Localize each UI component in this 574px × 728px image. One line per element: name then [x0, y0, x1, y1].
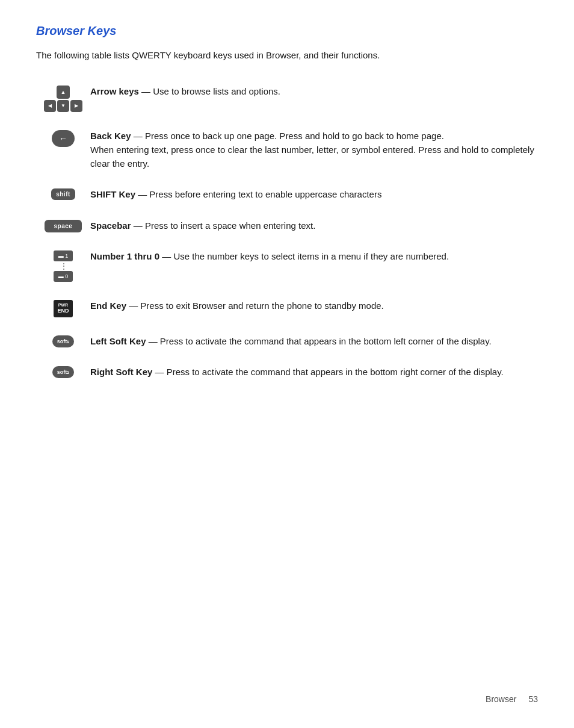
end-key-pwr-text: PWR [57, 302, 69, 308]
shift-key-description: SHIFT Key — Press before entering text t… [90, 187, 538, 201]
list-item: soft₂ Right Soft Key — Press to activate… [36, 365, 538, 379]
spacebar-icon: space [45, 220, 82, 232]
end-key-separator: — [126, 300, 140, 311]
intro-text: The following table lists QWERTY keyboar… [36, 49, 457, 63]
spacebar-icon-area: space [36, 219, 90, 232]
left-soft-key-text: Press to activate the command that appea… [160, 336, 492, 346]
right-soft-key-icon-area: soft₂ [36, 365, 90, 378]
shift-key-label: SHIFT Key [90, 189, 135, 199]
number-keys-icon-area: ▬ 1 ⋮ ▬ 0 [36, 249, 90, 282]
left-soft-key-icon-area: soft₁ [36, 334, 90, 347]
arrow-keys-text: Use to browse lists and options. [153, 86, 280, 96]
end-key-icon-area: PWR END [36, 299, 90, 317]
right-soft-key-separator: — [152, 367, 166, 377]
arrow-keys-description: Arrow keys — Use to browse lists and opt… [90, 84, 538, 98]
left-soft-key-description: Left Soft Key — Press to activate the co… [90, 334, 538, 348]
shift-key-icon-area: shift [36, 187, 90, 200]
left-soft-key-label: Left Soft Key [90, 336, 146, 346]
right-soft-key-description: Right Soft Key — Press to activate the c… [90, 365, 538, 379]
list-item: space Spacebar — Press to insert a space… [36, 219, 538, 232]
list-item: shift SHIFT Key — Press before entering … [36, 187, 538, 201]
arrow-row: ◀ ▼ ▶ [44, 100, 82, 112]
num-dots: ⋮ [60, 263, 67, 270]
arrow-down-icon: ▼ [57, 100, 69, 112]
number-keys-icon: ▬ 1 ⋮ ▬ 0 [54, 250, 73, 282]
spacebar-text: Press to insert a space when entering te… [145, 220, 315, 231]
key-list: ◀ ▼ ▶ Arrow keys — Use to browse lists a… [36, 84, 538, 379]
shift-key-separator: — [135, 189, 149, 199]
list-item: soft₁ Left Soft Key — Press to activate … [36, 334, 538, 348]
end-key-icon: PWR END [54, 300, 72, 317]
back-key-icon: ← [52, 130, 75, 147]
list-item: PWR END End Key — Press to exit Browser … [36, 299, 538, 317]
num-key-bottom: ▬ 0 [54, 271, 73, 282]
right-soft-key-label: Right Soft Key [90, 367, 152, 377]
back-key-separator: — [131, 131, 145, 141]
arrow-keys-icon-area: ◀ ▼ ▶ [36, 84, 90, 112]
end-key-text: Press to exit Browser and return the pho… [140, 300, 383, 311]
back-key-icon-area: ← [36, 129, 90, 147]
page-container: Browser Keys The following table lists Q… [0, 0, 574, 432]
shift-key-text: Press before entering text to enable upp… [149, 189, 381, 199]
number-keys-text: Use the number keys to select items in a… [173, 251, 449, 261]
arrow-left-icon: ◀ [44, 100, 56, 112]
spacebar-description: Spacebar — Press to insert a space when … [90, 219, 538, 232]
footer-section-label: Browser [486, 694, 516, 704]
number-keys-description: Number 1 thru 0 — Use the number keys to… [90, 249, 538, 263]
footer-page-number: 53 [528, 694, 538, 704]
arrow-keys-separator: — [139, 86, 153, 96]
right-soft-key-icon: soft₂ [52, 366, 75, 378]
number-keys-label: Number 1 thru 0 [90, 251, 159, 261]
number-keys-separator: — [159, 251, 173, 261]
shift-key-icon: shift [51, 188, 75, 200]
section-title: Browser Keys [36, 24, 538, 38]
left-soft-key-separator: — [146, 336, 160, 346]
left-soft-key-icon: soft₁ [52, 335, 75, 347]
num-key-top: ▬ 1 [54, 250, 73, 261]
arrow-up-icon [57, 86, 70, 99]
spacebar-label: Spacebar [90, 220, 131, 231]
arrow-keys-icon: ◀ ▼ ▶ [44, 86, 82, 112]
arrow-right-icon: ▶ [70, 100, 82, 112]
list-item: ◀ ▼ ▶ Arrow keys — Use to browse lists a… [36, 84, 538, 112]
list-item: ← Back Key — Press once to back up one p… [36, 129, 538, 171]
footer: Browser 53 [486, 694, 538, 704]
arrow-keys-label: Arrow keys [90, 86, 139, 96]
end-key-description: End Key — Press to exit Browser and retu… [90, 299, 538, 313]
back-key-label: Back Key [90, 131, 131, 141]
spacebar-separator: — [131, 220, 145, 231]
list-item: ▬ 1 ⋮ ▬ 0 Number 1 thru 0 — Use the numb… [36, 249, 538, 282]
back-key-description: Back Key — Press once to back up one pag… [90, 129, 538, 171]
end-key-label: End Key [90, 300, 126, 311]
back-key-text: Press once to back up one page. Press an… [90, 131, 534, 169]
right-soft-key-text: Press to activate the command that appea… [167, 367, 504, 377]
